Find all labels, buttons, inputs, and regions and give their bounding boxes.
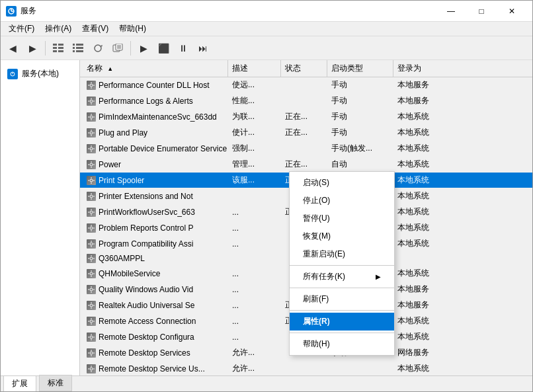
svg-point-63: [90, 211, 93, 214]
service-desc-cell: ...: [228, 236, 281, 251]
submenu-arrow: ▶: [376, 273, 381, 280]
service-login-cell: [393, 252, 446, 265]
context-menu-separator: [290, 310, 394, 311]
service-startup-cell: 手动: [327, 109, 393, 124]
svg-point-23: [90, 84, 93, 87]
service-name-cell: Print Spooler: [83, 173, 228, 188]
sort-arrow: ▲: [107, 65, 113, 72]
service-icon: [87, 176, 96, 185]
table-row[interactable]: Remote Desktop Service Us... 允许... 本地系统: [80, 361, 532, 375]
service-desc-cell: 为联...: [228, 109, 281, 124]
service-desc-cell: ...: [228, 266, 281, 281]
context-menu-item[interactable]: 停止(O): [290, 192, 394, 210]
toolbar-sep-2: [130, 41, 131, 56]
service-status-cell: [281, 141, 327, 156]
svg-rect-3: [53, 44, 57, 46]
export-button[interactable]: [108, 39, 127, 58]
menu-file[interactable]: 文件(F): [3, 22, 40, 36]
service-name-cell: Program Compatibility Assi: [83, 236, 228, 251]
svg-rect-5: [53, 50, 57, 52]
service-name-cell: Power: [83, 157, 228, 172]
service-login-cell: 本地系统: [393, 313, 446, 329]
service-startup-cell: 手动: [327, 125, 393, 140]
svg-point-88: [90, 288, 93, 291]
table-row[interactable]: Portable Device Enumerator Service 强制...…: [80, 141, 532, 157]
service-desc-cell: 性能...: [228, 93, 281, 108]
context-menu-item[interactable]: 帮助(H): [290, 335, 394, 353]
show-detail-button[interactable]: [69, 39, 87, 58]
tab-standard[interactable]: 标准: [39, 375, 72, 391]
svg-point-83: [90, 272, 93, 275]
col-desc[interactable]: 描述: [228, 60, 281, 77]
play-button[interactable]: ▶: [134, 39, 153, 58]
service-login-cell: 本地系统: [393, 173, 446, 188]
maximize-button[interactable]: □: [466, 1, 497, 22]
close-button[interactable]: ✕: [497, 1, 527, 22]
service-name-cell: PrintWorkflowUserSvc_663: [83, 204, 228, 219]
back-button[interactable]: ◀: [3, 39, 22, 58]
table-row[interactable]: Performance Logs & Alerts 性能... 手动 本地服务: [80, 93, 532, 109]
show-list-button[interactable]: [49, 39, 67, 58]
service-icon: [87, 333, 96, 342]
menu-view[interactable]: 查看(V): [77, 22, 114, 36]
service-icon: [87, 364, 96, 373]
service-icon: [87, 223, 96, 233]
table-row[interactable]: Power 管理... 正在... 自动 本地系统: [80, 157, 532, 173]
menu-help[interactable]: 帮助(H): [114, 22, 151, 36]
service-startup-cell: 手动: [327, 77, 393, 93]
svg-rect-12: [76, 47, 83, 49]
context-menu-item[interactable]: 暂停(U): [290, 210, 394, 227]
context-menu-item[interactable]: 属性(R): [290, 313, 394, 331]
service-icon: [87, 348, 96, 358]
service-desc-cell: [228, 252, 281, 265]
context-menu-item[interactable]: 所有任务(K)▶: [290, 268, 394, 286]
svg-rect-9: [73, 44, 75, 46]
toolbar: ◀ ▶: [1, 36, 532, 60]
context-menu: 启动(S)停止(O)暂停(U)恢复(M)重新启动(E)所有任务(K)▶刷新(F)…: [289, 171, 395, 356]
service-name-cell: Remote Access Connection: [83, 313, 228, 329]
context-menu-item[interactable]: 刷新(F): [290, 290, 394, 308]
restart-button[interactable]: ⏭: [194, 39, 212, 58]
service-login-cell: 本地系统: [393, 157, 446, 172]
svg-point-108: [90, 352, 93, 354]
titlebar: 服务 — □ ✕: [1, 1, 532, 22]
stop-button[interactable]: ⬛: [154, 39, 173, 58]
service-name-cell: Problem Reports Control P: [83, 220, 228, 235]
service-desc-cell: ...: [228, 204, 281, 219]
context-menu-item[interactable]: 启动(S): [290, 174, 394, 192]
context-menu-item[interactable]: 重新启动(E): [290, 245, 394, 263]
service-name-cell: Portable Device Enumerator Service: [83, 141, 228, 156]
service-desc-cell: ...: [228, 282, 281, 297]
svg-point-53: [90, 179, 93, 182]
menu-action[interactable]: 操作(A): [40, 22, 77, 36]
service-desc-cell: 允许...: [228, 361, 281, 375]
svg-point-93: [90, 304, 93, 307]
col-login[interactable]: 登录为: [393, 60, 446, 77]
service-login-cell: 本地系统: [393, 109, 446, 124]
tab-extended[interactable]: 扩展: [3, 375, 36, 391]
minimize-button[interactable]: —: [436, 1, 466, 22]
table-row[interactable]: Plug and Play 使计... 正在... 手动 本地系统: [80, 125, 532, 141]
service-icon: [87, 128, 96, 137]
col-startup[interactable]: 启动类型: [327, 60, 393, 77]
table-row[interactable]: Performance Counter DLL Host 使远... 手动 本地…: [80, 77, 532, 93]
pause-button[interactable]: ⏸: [174, 39, 192, 58]
col-name[interactable]: 名称 ▲: [83, 60, 228, 77]
service-desc-cell: [228, 188, 281, 204]
table-row[interactable]: PimIndexMaintenanceSvc_663dd 为联... 正在...…: [80, 109, 532, 125]
service-login-cell: 本地系统: [393, 125, 446, 140]
context-menu-item[interactable]: 恢复(M): [290, 227, 394, 245]
svg-rect-4: [53, 47, 57, 49]
service-name-cell: Plug and Play: [83, 125, 228, 140]
window-icon: [6, 6, 17, 17]
sidebar-item-local[interactable]: 服务(本地): [3, 65, 77, 82]
forward-button[interactable]: ▶: [23, 39, 42, 58]
col-status[interactable]: 状态: [281, 60, 327, 77]
sidebar: 服务(本地): [1, 60, 80, 375]
svg-point-113: [90, 368, 93, 370]
svg-rect-8: [58, 50, 63, 52]
svg-rect-14: [76, 50, 83, 52]
services-area: 名称 ▲ 描述 状态 启动类型 登录为: [80, 60, 532, 375]
refresh-button[interactable]: [89, 39, 107, 58]
svg-point-28: [90, 100, 93, 102]
